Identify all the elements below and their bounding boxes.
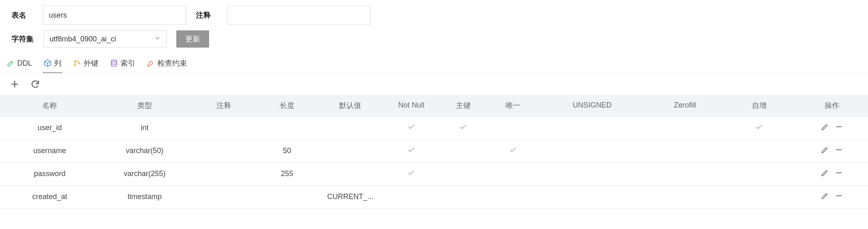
cell-name[interactable]: password	[0, 162, 100, 185]
cell-notnull[interactable]	[384, 139, 438, 162]
edit-row-button[interactable]	[821, 123, 829, 131]
table-row[interactable]: user_idint	[0, 116, 868, 139]
cell-unique[interactable]	[488, 162, 538, 185]
cell-unsigned[interactable]	[538, 116, 647, 139]
cell-type[interactable]: timestamp	[100, 185, 190, 208]
charset-label: 字符集	[11, 34, 34, 44]
cell-name[interactable]: created_at	[0, 185, 100, 208]
cell-unique[interactable]	[488, 116, 538, 139]
columns-table: 名称 类型 注释 长度 默认值 Not Null 主键 唯一 UNSIGNED …	[0, 95, 868, 208]
property-tabs: DDL 列 外键 索引 检查约束	[0, 53, 868, 73]
tab-index[interactable]: 索引	[109, 56, 136, 73]
tab-label: 外键	[84, 58, 98, 68]
cell-pk[interactable]	[439, 139, 488, 162]
cell-name[interactable]: user_id	[0, 116, 100, 139]
cell-zerofill[interactable]	[647, 139, 723, 162]
tab-label: 列	[54, 58, 62, 68]
database-icon	[110, 59, 118, 67]
comment-label: 注释	[196, 10, 217, 20]
table-row[interactable]: usernamevarchar(50)50	[0, 139, 868, 162]
refresh-button[interactable]	[30, 79, 40, 89]
delete-row-button[interactable]	[835, 169, 843, 177]
charset-select[interactable]: utf8mb4_0900_ai_ci	[43, 30, 166, 48]
col-header-unsigned[interactable]: UNSIGNED	[538, 95, 647, 116]
col-header-unique[interactable]: 唯一	[488, 95, 538, 116]
cell-zerofill[interactable]	[647, 116, 723, 139]
pencil-icon	[7, 59, 15, 67]
col-header-ops[interactable]: 操作	[796, 95, 868, 116]
col-header-length[interactable]: 长度	[257, 95, 316, 116]
cell-zerofill[interactable]	[647, 185, 723, 208]
edit-row-button[interactable]	[821, 192, 829, 200]
check-icon	[407, 146, 415, 154]
chevron-down-icon	[154, 34, 161, 44]
delete-row-button[interactable]	[835, 192, 843, 200]
col-header-pk[interactable]: 主键	[439, 95, 488, 116]
cell-autoinc[interactable]	[723, 116, 795, 139]
cell-pk[interactable]	[439, 162, 488, 185]
col-header-notnull[interactable]: Not Null	[384, 95, 438, 116]
column-action-bar	[0, 73, 868, 95]
cell-name[interactable]: username	[0, 139, 100, 162]
tab-columns[interactable]: 列	[43, 56, 62, 73]
cell-default[interactable]	[317, 139, 384, 162]
wrench-icon	[147, 59, 155, 67]
update-button[interactable]: 更新	[176, 30, 209, 48]
cell-type[interactable]: varchar(255)	[100, 162, 190, 185]
add-column-button[interactable]	[10, 79, 20, 89]
check-icon	[755, 123, 763, 131]
cell-length[interactable]: 255	[257, 162, 316, 185]
cell-pk[interactable]	[439, 116, 488, 139]
cell-zerofill[interactable]	[647, 162, 723, 185]
cell-ops	[796, 139, 868, 162]
col-header-zerofill[interactable]: Zerofill	[647, 95, 723, 116]
cell-type[interactable]: int	[100, 116, 190, 139]
cell-length[interactable]: 50	[257, 139, 316, 162]
cell-default[interactable]: CURRENT_...	[317, 185, 384, 208]
cell-default[interactable]	[317, 162, 384, 185]
cell-autoinc[interactable]	[723, 185, 795, 208]
cube-icon	[43, 59, 52, 67]
cell-length[interactable]	[257, 185, 316, 208]
delete-row-button[interactable]	[835, 123, 843, 131]
cell-comment[interactable]	[190, 116, 257, 139]
cell-length[interactable]	[257, 116, 316, 139]
cell-notnull[interactable]	[384, 116, 438, 139]
edit-row-button[interactable]	[821, 146, 829, 154]
check-icon	[509, 146, 517, 154]
tab-check-constraint[interactable]: 检查约束	[146, 56, 188, 73]
table-row[interactable]: passwordvarchar(255)255	[0, 162, 868, 185]
col-header-name[interactable]: 名称	[0, 95, 100, 116]
cell-unsigned[interactable]	[538, 139, 647, 162]
cell-unsigned[interactable]	[538, 162, 647, 185]
cell-notnull[interactable]	[384, 162, 438, 185]
col-header-autoinc[interactable]: 自增	[723, 95, 795, 116]
charset-select-value: utf8mb4_0900_ai_ci	[50, 35, 116, 44]
edit-row-button[interactable]	[821, 169, 829, 177]
cell-type[interactable]: varchar(50)	[100, 139, 190, 162]
cell-unsigned[interactable]	[538, 185, 647, 208]
col-header-comment[interactable]: 注释	[190, 95, 257, 116]
table-row[interactable]: created_attimestampCURRENT_...	[0, 185, 868, 208]
cell-default[interactable]	[317, 116, 384, 139]
tab-label: 检查约束	[157, 58, 187, 68]
cell-unique[interactable]	[488, 139, 538, 162]
col-header-default[interactable]: 默认值	[317, 95, 384, 116]
tab-foreign-keys[interactable]: 外键	[72, 56, 99, 73]
table-name-input[interactable]	[43, 6, 186, 25]
cell-autoinc[interactable]	[723, 162, 795, 185]
col-header-type[interactable]: 类型	[100, 95, 190, 116]
cell-notnull[interactable]	[384, 185, 438, 208]
cell-comment[interactable]	[190, 185, 257, 208]
cell-comment[interactable]	[190, 139, 257, 162]
check-icon	[407, 169, 415, 177]
cell-pk[interactable]	[439, 185, 488, 208]
branch-icon	[73, 59, 81, 67]
delete-row-button[interactable]	[835, 146, 843, 154]
tab-ddl[interactable]: DDL	[6, 57, 33, 73]
cell-comment[interactable]	[190, 162, 257, 185]
comment-input[interactable]	[227, 6, 371, 25]
cell-autoinc[interactable]	[723, 139, 795, 162]
cell-unique[interactable]	[488, 185, 538, 208]
check-icon	[459, 123, 467, 131]
